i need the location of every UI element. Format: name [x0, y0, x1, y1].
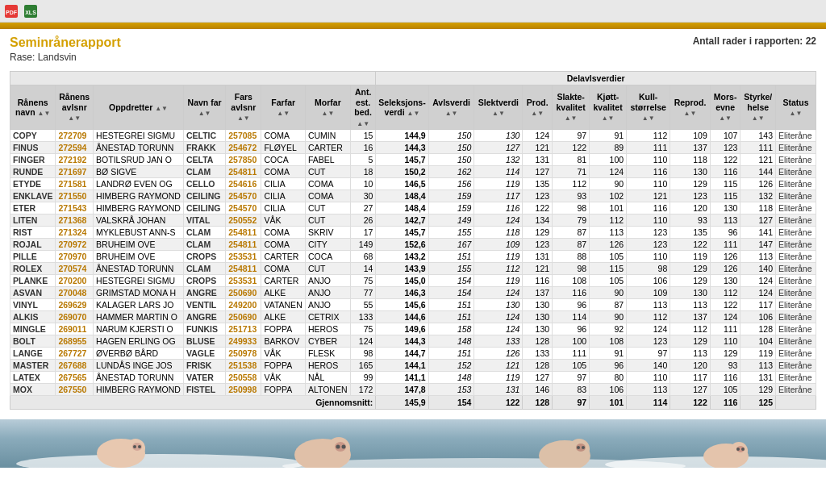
table-cell: 127: [474, 142, 523, 154]
col-slektverdi[interactable]: Slektverdi ▲▼: [474, 85, 523, 130]
table-cell: Eliteråne: [776, 323, 816, 335]
table-cell: Eliteråne: [776, 348, 816, 360]
table-cell: 130: [474, 299, 523, 311]
col-styrke[interactable]: Styrke/helse ▲▼: [740, 85, 776, 130]
col-navnfar[interactable]: Navn far ▲▼: [183, 85, 225, 130]
footer-kull: 114: [627, 396, 670, 410]
pdf-icon[interactable]: PDF: [3, 3, 19, 19]
table-cell: 122: [670, 239, 710, 251]
table-cell: 122: [710, 299, 740, 311]
col-status[interactable]: Status ▲▼: [776, 85, 816, 130]
table-cell: 124: [710, 311, 740, 323]
col-kull[interactable]: Kull-størrelse ▲▼: [627, 85, 670, 130]
svg-point-16: [342, 445, 346, 449]
table-cell: 116: [523, 275, 553, 287]
col-kjott[interactable]: Kjøtt-kvalitet ▲▼: [590, 85, 627, 130]
table-cell: 257850: [226, 154, 261, 166]
table-cell: 131: [474, 384, 523, 396]
table-cell: 135: [523, 178, 553, 190]
col-oppdretter[interactable]: Oppdretter ▲▼: [94, 85, 184, 130]
table-row: ROJAL270972BRUHEIM OVECLAM254811COMACITY…: [10, 239, 816, 251]
table-cell: 18: [350, 166, 375, 178]
table-cell: 154: [428, 275, 474, 287]
table-cell: RIST: [10, 227, 56, 239]
table-cell: 126: [474, 348, 523, 360]
table-cell: ALTONEN: [305, 384, 350, 396]
table-cell: 110: [710, 335, 740, 348]
table-cell: ANGRE: [183, 287, 225, 299]
table-cell: Eliteråne: [776, 166, 816, 178]
svg-point-10: [133, 445, 136, 448]
table-cell: 115: [590, 263, 627, 275]
table-cell: 165: [350, 360, 375, 372]
col-morfar[interactable]: Morfar ▲▼: [305, 85, 350, 130]
table-cell: 126: [590, 239, 627, 251]
table-cell: 144: [740, 166, 776, 178]
table-cell: 272192: [56, 154, 94, 166]
table-cell: 116: [710, 166, 740, 178]
col-farfar[interactable]: Farfar ▲▼: [261, 85, 305, 130]
table-cell: VÅK: [261, 372, 305, 384]
table-cell: 108: [553, 275, 590, 287]
table-cell: 152: [428, 360, 474, 372]
table-cell: 254811: [226, 263, 261, 275]
table-cell: 113: [710, 215, 740, 227]
count-label: Antall rader i rapporten: 22: [693, 35, 816, 47]
table-cell: COMA: [261, 239, 305, 251]
table-cell: 156: [428, 178, 474, 190]
excel-icon[interactable]: XLS: [23, 3, 39, 19]
col-reprod[interactable]: Reprod. ▲▼: [670, 85, 710, 130]
table-cell: 144,6: [376, 311, 428, 323]
col-ant[interactable]: Ant.est.bed. ▲▼: [350, 85, 375, 130]
table-cell: VITAL: [183, 215, 225, 227]
table-row: ENKLAVE271550HIMBERG RAYMONDCEILING25457…: [10, 190, 816, 202]
table-cell: BRUHEIM OVE: [94, 239, 184, 251]
table-cell: 150: [428, 130, 474, 142]
table-cell: CILIA: [261, 202, 305, 215]
table-cell: 131: [740, 372, 776, 384]
svg-point-20: [577, 446, 580, 449]
table-row: MOX267550HIMBERG RAYMONDFISTEL250998FOPP…: [10, 384, 816, 396]
col-slakte[interactable]: Slakte-kvalitet ▲▼: [553, 85, 590, 130]
table-cell: 109: [627, 287, 670, 299]
col-mors[interactable]: Mors-evne ▲▼: [710, 85, 740, 130]
svg-point-25: [736, 448, 740, 451]
table-cell: 129: [670, 275, 710, 287]
table-cell: ÅNESTAD TORUNN: [94, 142, 184, 154]
data-table: Delavlsverdier Rånensnavn ▲▼ Rånensavlsn…: [10, 71, 816, 410]
table-cell: Eliteråne: [776, 299, 816, 311]
table-cell: 129: [710, 348, 740, 360]
col-prod[interactable]: Prod. ▲▼: [523, 85, 553, 130]
footer-styrke: 125: [740, 396, 776, 410]
table-body: COPY272709HESTEGREI SIGMUCELTIC257085COM…: [10, 130, 816, 396]
table-cell: 91: [590, 130, 627, 142]
table-cell: 90: [590, 178, 627, 190]
col-avlsverdi[interactable]: Avlsverdi ▲▼: [428, 85, 474, 130]
table-cell: 155: [428, 227, 474, 239]
table-cell: COMA: [261, 166, 305, 178]
table-cell: CROPS: [183, 275, 225, 287]
table-cell: 269629: [56, 299, 94, 311]
col-seleksjons[interactable]: Seleksjons-verdi ▲▼: [376, 85, 428, 130]
table-cell: 272709: [56, 130, 94, 142]
table-cell: ETYDE: [10, 178, 56, 190]
table-cell: 122: [710, 154, 740, 166]
table-cell: CUT: [305, 263, 350, 275]
table-cell: 92: [590, 323, 627, 335]
table-cell: 148,4: [376, 202, 428, 215]
table-cell: Eliteråne: [776, 275, 816, 287]
table-cell: NARUM KJERSTI O: [94, 323, 184, 335]
table-cell: 117: [740, 299, 776, 311]
table-cell: 130: [670, 287, 710, 299]
table-cell: 126: [740, 178, 776, 190]
col-farsavlsnr[interactable]: Farsavlsnr ▲▼: [226, 85, 261, 130]
col-rånensavlsnr[interactable]: Rånensavlsnr ▲▼: [56, 85, 94, 130]
table-cell: 143,2: [376, 251, 428, 263]
col-ranensnavn[interactable]: Rånensnavn ▲▼: [10, 85, 56, 130]
table-cell: 16: [350, 142, 375, 154]
table-cell: 130: [710, 275, 740, 287]
svg-point-11: [138, 445, 141, 448]
table-cell: MOX: [10, 384, 56, 396]
table-cell: 98: [553, 263, 590, 275]
table-cell: 145,7: [376, 154, 428, 166]
